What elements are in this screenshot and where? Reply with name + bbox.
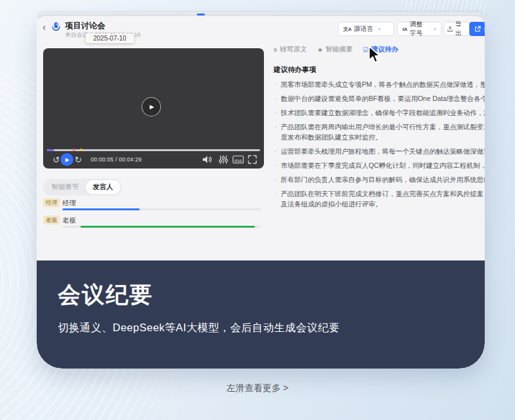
back-icon[interactable]: ‹ xyxy=(42,22,46,32)
speaker-name: 老板 xyxy=(62,216,76,225)
forward-icon[interactable]: ↻ xyxy=(75,154,82,167)
speaker-row: 经理 经理 xyxy=(43,197,262,214)
todo-item: 产品团队需在两周内输出用户增长的最小可行性方案，重点测试裂变系数，同时技术团队配… xyxy=(274,122,485,142)
todo-item: 技术团队需要建立数据湖理念，确保每个字段都能追溯到业务动作，加强数据治理。 xyxy=(274,107,485,118)
player-controls: ↺ ▶ ↻ 00:00:05 / 00:04:29 xyxy=(43,153,264,169)
todo-item: 数据中台的建设需避免简单的BF看板，要运用One Data理念整合各个业务单元的… xyxy=(274,93,485,104)
fullscreen-icon[interactable] xyxy=(248,155,257,164)
todo-item: 运营部要牵头梳理用户旅程地图，将每一个关键点的触达策略做深做透，并进行SOP优化… xyxy=(274,146,485,156)
mouse-cursor xyxy=(368,46,382,65)
share-button[interactable]: 分享 xyxy=(469,22,485,36)
speaker-badge: 经理 xyxy=(43,198,60,207)
speaker-timeline-fill xyxy=(62,208,140,210)
todo-item: 所有部门的负责人需亲自参与目标的解码，确保达成共识并用系统思维保证战略落地。 xyxy=(274,174,485,185)
tab-smart-summary[interactable]: ★ 智能摘要 xyxy=(317,45,353,54)
translate-icon: 文A xyxy=(343,26,351,33)
app-window: ‹ 项目讨论会 来自会议|2025-03-18 10:16 2025-07-10… xyxy=(37,16,485,369)
progress-bar[interactable] xyxy=(47,149,260,151)
play-button[interactable]: ▶ xyxy=(61,153,73,166)
app-logo-icon xyxy=(50,21,62,33)
settings-sliders-icon[interactable] xyxy=(218,155,229,164)
meeting-title: 项目讨论会 xyxy=(65,21,106,32)
todo-item: 黑客市场部需牵头成立专项PM，将各个触点的数据买点做深做透，形成可量化的北极星指… xyxy=(274,79,485,89)
share-icon xyxy=(474,26,481,32)
font-size-label: 调整字号 xyxy=(409,20,428,38)
meeting-source: 来自会议 xyxy=(65,32,88,38)
speaker-timeline[interactable] xyxy=(62,226,261,228)
banner-subtitle: 切换通义、DeepSeek等AI大模型，会后自动生成会议纪要 xyxy=(58,321,340,335)
export-icon xyxy=(447,26,453,33)
todo-item: 市场部需要在下季度完成百人QC孵化计划，同时建立内容工程机制，严格筛选合作达人。 xyxy=(274,160,485,170)
chevron-down-icon: ∨ xyxy=(433,27,436,31)
progress-fill xyxy=(47,149,54,151)
tab-smart-chapters[interactable]: 智能章节 xyxy=(44,180,86,194)
tab-speakers[interactable]: 发言人 xyxy=(86,180,120,194)
date-tooltip: 2025-07-10 xyxy=(86,33,134,43)
todo-list: 黑客市场部需牵头成立专项PM，将各个触点的数据买点做深做透，形成可量化的北极星指… xyxy=(274,79,485,209)
tab-transcript[interactable]: ≡ 转写原文 xyxy=(274,45,307,54)
right-panel: ≡ 转写原文 ★ 智能摘要 ☑ 建议待办 建议待办事项 黑客市场部需牵头成立专项… xyxy=(274,45,485,213)
speaker-badge: 老板 xyxy=(43,215,60,224)
transcript-icon: ≡ xyxy=(274,46,277,53)
speaker-row: 老板 老板 xyxy=(43,215,262,232)
play-icon: ▶ xyxy=(150,104,154,110)
play-icon: ▶ xyxy=(65,157,69,163)
center-play-button[interactable]: ▶ xyxy=(142,97,161,116)
promo-banner: 会议纪要 切换通义、DeepSeek等AI大模型，会后自动生成会议纪要 xyxy=(37,260,485,369)
background-window-chip xyxy=(197,14,205,15)
speaker-timeline[interactable] xyxy=(62,208,261,210)
progress-marker-yellow[interactable] xyxy=(80,149,82,151)
source-language-select[interactable]: 文A 源语言 ∨ xyxy=(338,22,394,36)
time-display: 00:00:05 / 00:04:29 xyxy=(91,156,142,163)
swipe-more-label[interactable]: 左滑查看更多 > xyxy=(0,383,515,394)
rewind-icon[interactable]: ↺ xyxy=(53,154,60,167)
chevron-down-icon: ∨ xyxy=(378,27,381,31)
tab-smart-summary-label: 智能摘要 xyxy=(326,45,353,54)
export-button[interactable]: 导出 xyxy=(444,22,470,36)
font-size-select[interactable]: tA 调整字号 ∨ xyxy=(397,22,442,36)
left-tabs: 智能章节 发言人 xyxy=(43,179,122,196)
todo-heading: 建议待办事项 xyxy=(274,65,485,75)
font-size-icon: tA xyxy=(402,26,407,32)
share-label: 分享 xyxy=(483,24,485,33)
subtitle-icon[interactable] xyxy=(232,155,244,164)
source-language-label: 源语言 xyxy=(354,24,373,33)
progress-marker-orange[interactable] xyxy=(73,149,75,151)
tab-transcript-label: 转写原文 xyxy=(280,45,307,54)
volume-icon[interactable] xyxy=(202,155,212,164)
export-label: 导出 xyxy=(455,20,466,38)
speaker-name: 经理 xyxy=(62,199,76,208)
sparkle-icon: ★ xyxy=(317,46,323,53)
todo-item: 产品团队在明天下班前完成文档修订，重点完善买点方案和风控提案，并通过研发邀请、研… xyxy=(274,188,485,209)
speaker-timeline-fill xyxy=(80,226,255,228)
banner-title: 会议纪要 xyxy=(58,280,153,310)
video-player[interactable]: ▶ ↺ ▶ ↻ 00:00:05 / 00:04:29 xyxy=(43,48,264,169)
